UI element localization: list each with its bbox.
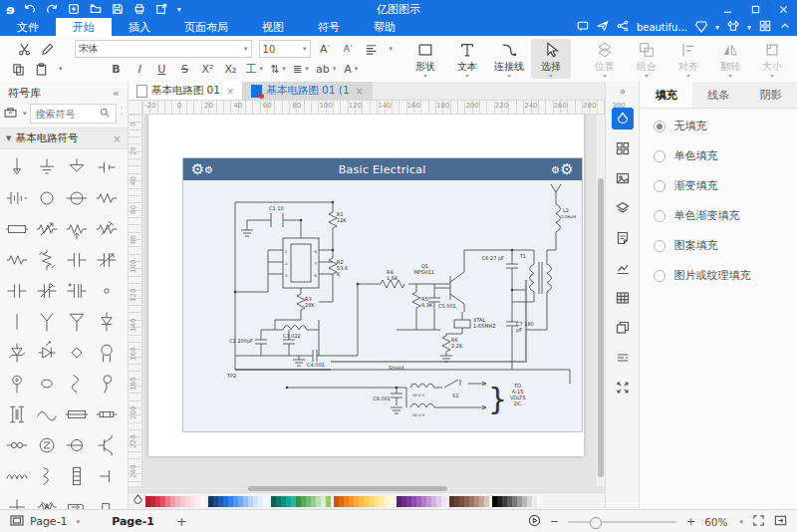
apps-grid-icon[interactable]	[759, 20, 771, 34]
color-swatch[interactable]	[389, 496, 394, 507]
send-icon[interactable]	[597, 20, 609, 34]
new-document-icon[interactable]	[68, 3, 81, 16]
maximize-button[interactable]	[741, 0, 769, 18]
symbol-junction[interactable]	[92, 275, 122, 306]
format-button-2[interactable]: U	[153, 61, 169, 77]
fill-option-3[interactable]: 单色渐变填充	[654, 208, 797, 223]
symbol-wire[interactable]	[2, 306, 32, 337]
symbol-source-circle[interactable]	[32, 182, 62, 213]
position-button[interactable]: 位置▾	[585, 39, 625, 79]
symbol-step-signal[interactable]	[92, 491, 122, 509]
font-family-select[interactable]: 宋体▾	[75, 40, 252, 58]
export-icon[interactable]	[155, 3, 168, 16]
page-nav-caret-icon[interactable]: ▾	[77, 518, 81, 526]
vip-gem-icon[interactable]	[695, 21, 707, 33]
symbol-variable-capacitor[interactable]	[92, 244, 122, 275]
symbol-socket[interactable]	[2, 368, 32, 399]
zoom-out-icon[interactable]: −	[550, 515, 559, 528]
horizontal-scrollbar[interactable]	[129, 486, 606, 492]
close-button[interactable]	[769, 0, 797, 18]
redo-icon[interactable]	[46, 3, 59, 16]
document-tab-0[interactable]: 基本电路图 01×	[129, 82, 244, 100]
symbol-z-source[interactable]	[32, 429, 62, 460]
select-button[interactable]: 选择▾	[531, 39, 571, 79]
symbol-inductor[interactable]	[2, 460, 32, 491]
menu-item-2[interactable]: 插入	[112, 18, 167, 36]
fill-option-0[interactable]: 无填充	[654, 119, 797, 133]
page-nav-label[interactable]: Page-1	[30, 515, 68, 528]
format-tab-0[interactable]: 填充	[640, 82, 692, 108]
symbol-varistor[interactable]	[62, 337, 92, 368]
symbol-loop-antenna[interactable]	[62, 306, 92, 337]
format-button-0[interactable]: B	[108, 61, 124, 77]
symbol-indicator[interactable]	[62, 429, 92, 460]
vertical-scrollbar[interactable]	[597, 115, 605, 486]
radio-icon[interactable]	[654, 270, 665, 282]
menu-item-3[interactable]: 页面布局	[167, 18, 245, 36]
symbol-capacitor[interactable]	[62, 244, 92, 275]
symbol-coil[interactable]	[32, 460, 62, 491]
account-caret-icon[interactable]: ▾	[715, 23, 719, 32]
note-icon[interactable]	[612, 227, 634, 249]
pages-icon[interactable]	[10, 515, 24, 529]
paste-caret-icon[interactable]: ▾	[59, 65, 63, 73]
quick-access-more-icon[interactable]: ▾	[177, 5, 181, 14]
feedback-icon[interactable]	[577, 20, 589, 34]
symbol-transistor[interactable]	[92, 429, 122, 460]
symbol-transformer[interactable]	[2, 399, 32, 429]
menu-item-4[interactable]: 视图	[245, 18, 301, 36]
vertical-scrollbar-thumb[interactable]	[598, 178, 604, 477]
format-button-7[interactable]: ⇅▾	[270, 61, 286, 77]
group-button[interactable]: 组合▾	[627, 39, 666, 79]
radio-icon[interactable]	[654, 121, 665, 133]
zoom-slider[interactable]	[568, 521, 677, 523]
zoom-in-icon[interactable]: +	[686, 515, 695, 528]
format-button-6[interactable]: 工▾	[245, 61, 263, 77]
symbol-variable-resistor[interactable]	[32, 213, 62, 244]
symbol-diode[interactable]	[92, 306, 122, 337]
color-swatch[interactable]	[441, 496, 446, 507]
library-icon[interactable]	[4, 107, 17, 121]
symbol-capacitor-2[interactable]	[2, 275, 32, 306]
theme-shirt-icon[interactable]	[727, 20, 739, 34]
fill-option-1[interactable]: 单色填充	[654, 148, 797, 163]
symbol-crossing[interactable]	[2, 491, 32, 509]
symbol-squiggle-wire[interactable]	[62, 368, 92, 399]
color-swatch[interactable]	[200, 496, 205, 507]
fill-bucket-icon[interactable]	[133, 494, 143, 508]
save-icon[interactable]	[112, 3, 125, 16]
fill-option-2[interactable]: 渐变填充	[654, 178, 797, 193]
layers-icon[interactable]	[612, 197, 634, 219]
account-name[interactable]: beautifu...	[637, 22, 687, 33]
symbol-trimmer-resistor[interactable]	[92, 213, 122, 244]
symbol-vertical-resistor[interactable]	[32, 244, 62, 275]
symbol-search-input[interactable]	[34, 108, 100, 121]
align-button[interactable]: 对齐▾	[668, 39, 708, 79]
search-icon[interactable]	[100, 107, 110, 121]
shape-button[interactable]: 形状▾	[405, 39, 445, 79]
format-button-9[interactable]: ab▾	[316, 61, 336, 77]
symbol-trimmer-capacitor[interactable]	[32, 275, 62, 306]
flip-button[interactable]: 翻转▾	[710, 39, 750, 79]
symbol-terminal[interactable]	[92, 460, 122, 491]
symbol-chassis-ground[interactable]	[62, 151, 92, 182]
symbol-starburst-resistor[interactable]	[32, 491, 62, 509]
fit-arrows-icon[interactable]	[612, 377, 634, 399]
menu-item-5[interactable]: 符号	[301, 18, 357, 36]
symbol-battery-stack[interactable]	[62, 460, 92, 491]
line-style-icon[interactable]	[612, 347, 634, 369]
symbol-hook-wire[interactable]	[92, 368, 122, 399]
add-page-button[interactable]: +	[176, 514, 187, 529]
zoom-level[interactable]: 60%	[704, 516, 727, 528]
increase-font-icon[interactable]: Aˆ	[318, 41, 334, 57]
menu-item-6[interactable]: 帮助	[357, 18, 412, 36]
size-button[interactable]: 大小▾	[752, 39, 792, 79]
symbol-tag[interactable]	[62, 491, 92, 509]
drawing-canvas[interactable]: ⚙⚙ Basic Electrical ⚙⚙	[142, 115, 598, 486]
symbol-earth-ground[interactable]	[32, 151, 62, 182]
tab-close-icon[interactable]: ×	[356, 86, 364, 97]
symbol-polarized-capacitor[interactable]	[62, 275, 92, 306]
color-swatch[interactable]	[537, 496, 542, 507]
symbol-potentiometer[interactable]	[62, 213, 92, 244]
collapse-ribbon-icon[interactable]	[779, 20, 791, 34]
